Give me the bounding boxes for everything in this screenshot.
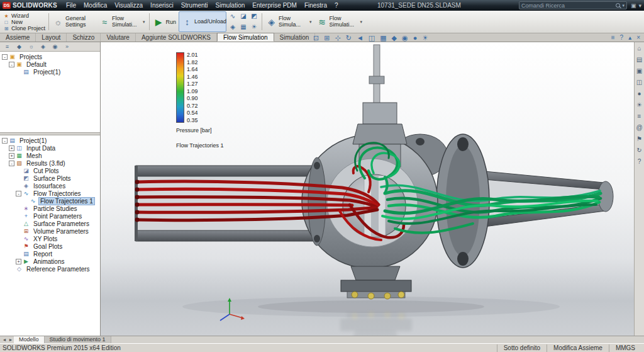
menu-enterprise-pdm[interactable]: Enterprise PDM xyxy=(248,0,301,11)
graphics-viewport[interactable]: 2.011.821.641.461.271.090.900.720.540.35… xyxy=(101,42,634,336)
tree-item-projects[interactable]: -▣Projects xyxy=(0,53,100,60)
collapse-box-icon[interactable]: - xyxy=(2,54,8,60)
tab-schizzo[interactable]: Schizzo xyxy=(67,33,101,42)
tab-layout[interactable]: Layout xyxy=(36,33,67,42)
menu-modifica[interactable]: Modifica xyxy=(80,0,111,11)
wizard-button[interactable]: ★ Wizard xyxy=(3,13,45,19)
flow-trajectories-toggle-icon[interactable]: ∿ xyxy=(228,11,238,21)
menu-strumenti[interactable]: Strumenti xyxy=(177,0,212,11)
hide-show-items-icon[interactable]: ◉ xyxy=(402,33,408,42)
custom-properties-icon[interactable]: ≡ xyxy=(638,113,641,120)
flow-display-flyout-button[interactable]: ◈ Flow Simula... ▾ xyxy=(264,11,314,32)
run-button[interactable]: ▶ Run xyxy=(151,11,179,32)
menu-file[interactable]: File xyxy=(62,0,80,11)
tree-item-volume-parameters[interactable]: ⊞Volume Parameters xyxy=(0,227,100,235)
menu-simulation[interactable]: Simulation xyxy=(212,0,249,11)
load-unload-button[interactable]: ↕ Load/Unload xyxy=(179,11,226,32)
solidworks-resources-icon[interactable]: ▣ xyxy=(631,3,636,9)
collapse-box-icon[interactable]: - xyxy=(2,138,8,144)
previous-view-icon[interactable]: ◄ xyxy=(357,33,364,42)
tree-item-particle-studies[interactable]: ∗Particle Studies xyxy=(0,205,100,212)
displaymanager-tab[interactable]: ◉ xyxy=(50,42,60,51)
flow-simulation-flyout-button[interactable]: ≈ Flow Simulati... ▾ xyxy=(97,11,148,32)
tree-item-animations[interactable]: +▶Animations xyxy=(0,258,100,265)
propertymanager-tab[interactable]: ◆ xyxy=(14,42,25,51)
rotate-view-icon[interactable]: ↻ xyxy=(346,33,352,42)
tab-studio-di-movimento-1[interactable]: Studio di movimento 1 xyxy=(45,336,111,343)
close-icon[interactable]: × xyxy=(636,33,640,42)
expand-box-icon[interactable]: + xyxy=(16,259,21,264)
lighting-toggle-icon[interactable]: ☀ xyxy=(249,22,259,32)
tree-item-reference-parameters[interactable]: ◇Reference Parameters xyxy=(0,265,100,273)
collapse-box-icon[interactable]: - xyxy=(9,62,14,67)
general-settings-button[interactable]: ☼ General Settings xyxy=(50,11,97,32)
command-search-box[interactable]: ▾ xyxy=(519,1,627,9)
tree-item-cut-plots[interactable]: ◪Cut Plots xyxy=(0,167,100,174)
tree-item-isosurfaces[interactable]: ◈Isosurfaces xyxy=(0,182,100,190)
help-icon[interactable]: ? xyxy=(620,33,624,42)
menu-visualizza[interactable]: Visualizza xyxy=(111,0,147,11)
options-icon[interactable]: ≡ xyxy=(611,33,615,42)
menu-item[interactable]: ? xyxy=(331,0,342,11)
new-project-button[interactable]: □ New xyxy=(3,19,45,25)
expand-box-icon[interactable]: + xyxy=(9,145,14,151)
tree-item-report[interactable]: ▤Report xyxy=(0,250,100,258)
scene-settings-icon[interactable]: ☀ xyxy=(422,33,428,42)
panel-flyout-icon[interactable]: » xyxy=(62,42,72,51)
resources-icon[interactable]: ⌂ xyxy=(637,45,641,52)
tree-item-project-1[interactable]: -▤Project(1) xyxy=(0,137,100,144)
tree-item-flow-trajectories-1[interactable]: ∿Flow Trajectories 1 xyxy=(0,197,100,205)
tree-item-surface-plots[interactable]: ◩Surface Plots xyxy=(0,174,100,182)
tab-aggiunte-solidworks[interactable]: Aggiunte SOLIDWORKS xyxy=(136,33,217,42)
forum-icon[interactable]: @ xyxy=(636,125,642,131)
search-caret-icon[interactable]: ▾ xyxy=(622,3,625,8)
menu-inserisci[interactable]: Inserisci xyxy=(147,0,177,11)
refresh-icon[interactable]: ↻ xyxy=(636,147,641,154)
tab-assieme[interactable]: Assieme xyxy=(0,33,36,42)
collapse-icon[interactable]: ▴ xyxy=(628,33,631,42)
flow-features-flyout-button[interactable]: ≋ Flow Simulati... ▾ xyxy=(314,11,365,32)
flag-icon[interactable]: ⚑ xyxy=(636,136,642,142)
isosurface-toggle-icon[interactable]: ◈ xyxy=(228,22,238,32)
tree-item-results-3-fld[interactable]: -▨Results (3.fld) xyxy=(0,159,100,167)
view-orientation-icon[interactable]: ▦ xyxy=(380,33,386,42)
titlebar-caret-icon[interactable]: ▾ xyxy=(638,3,641,9)
design-library-icon[interactable]: ▤ xyxy=(636,57,642,63)
surface-plot-toggle-icon[interactable]: ◩ xyxy=(249,11,259,21)
tab-valutare[interactable]: Valutare xyxy=(101,33,136,42)
tree-item-surface-parameters[interactable]: △Surface Parameters xyxy=(0,220,100,227)
clone-project-button[interactable]: ⊞ Clone Project xyxy=(3,25,45,31)
appearances-icon[interactable]: ● xyxy=(637,91,641,97)
dimxpertmanager-tab[interactable]: ◈ xyxy=(38,42,48,51)
mesh-display-toggle-icon[interactable]: ▦ xyxy=(238,22,248,32)
tree-item-xy-plots[interactable]: ∿XY Plots xyxy=(0,235,100,242)
tree-item-default[interactable]: -▣Default xyxy=(0,60,100,68)
tree-item-goal-plots[interactable]: ⚑Goal Plots xyxy=(0,242,100,250)
tab-simulation[interactable]: Simulation xyxy=(274,33,316,42)
help-icon[interactable]: ? xyxy=(638,159,641,165)
zoom-area-icon[interactable]: ⊞ xyxy=(324,33,330,42)
expand-box-icon[interactable]: + xyxy=(9,153,14,159)
tree-item-point-parameters[interactable]: +Point Parameters xyxy=(0,212,100,220)
cut-plot-toggle-icon[interactable]: ◪ xyxy=(238,11,248,21)
menu-finestra[interactable]: Finestra xyxy=(301,0,331,11)
collapse-box-icon[interactable]: - xyxy=(16,191,21,196)
tree-item-project-1[interactable]: ▤Project(1) xyxy=(0,68,100,76)
pan-icon[interactable]: ⊹ xyxy=(335,33,340,42)
configurationmanager-tab[interactable]: ☼ xyxy=(26,42,36,51)
tree-item-flow-trajectories[interactable]: -∿Flow Trajectories xyxy=(0,190,100,197)
tab-scroll-prev-icon[interactable]: ◄ xyxy=(1,338,8,342)
featuremanager-tab[interactable]: ≡ xyxy=(2,42,13,51)
section-view-icon[interactable]: ◫ xyxy=(369,33,375,42)
view-palette-icon[interactable]: ◫ xyxy=(636,79,642,86)
display-style-icon[interactable]: ◆ xyxy=(392,33,397,42)
collapse-box-icon[interactable]: - xyxy=(9,161,14,166)
scene-icon[interactable]: ☀ xyxy=(636,102,642,108)
tab-modello[interactable]: Modello xyxy=(14,336,45,343)
tab-scroll-next-icon[interactable]: ► xyxy=(8,338,14,342)
zoom-fit-icon[interactable]: ⊡ xyxy=(313,33,319,42)
edit-appearance-icon[interactable]: ● xyxy=(413,33,418,42)
tree-item-mesh[interactable]: +▦Mesh xyxy=(0,152,100,159)
tab-flow-simulation[interactable]: Flow Simulation xyxy=(217,33,274,42)
search-input[interactable] xyxy=(521,3,614,9)
